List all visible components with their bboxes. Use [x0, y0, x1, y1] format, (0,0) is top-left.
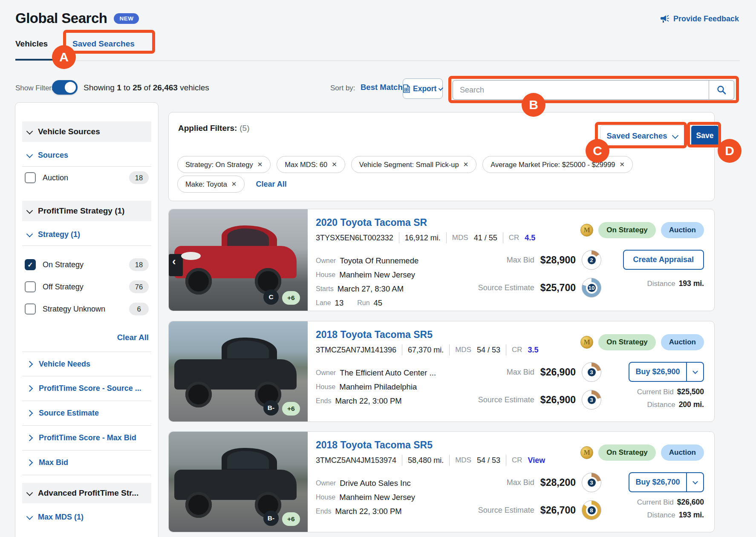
vehicle-photo[interactable]: B- +6: [169, 321, 308, 422]
chevron-down-icon: [26, 207, 33, 214]
mileage: 67,370 mi.: [408, 346, 444, 355]
distance-row: Distance193 mi.: [647, 511, 704, 520]
source-estimate-value: $26,900: [540, 394, 576, 406]
close-icon[interactable]: ✕: [463, 161, 469, 168]
close-icon[interactable]: ✕: [332, 161, 337, 168]
applied-filters-count: (5): [239, 124, 249, 133]
sidebar-section-pts-source[interactable]: ProfitTime Score - Source ...: [22, 376, 151, 401]
close-icon[interactable]: ✕: [620, 161, 625, 168]
buy-now-button[interactable]: Buy $26,900: [629, 362, 704, 382]
run-label: Run: [357, 299, 369, 307]
on-strategy-pill: On Strategy: [598, 222, 655, 238]
mds-value: 54 / 53: [477, 456, 500, 465]
tab-saved-searches[interactable]: Saved Searches: [72, 39, 135, 49]
sidebar-section-vehicle-needs[interactable]: Vehicle Needs: [22, 352, 151, 376]
filter-checkbox-strategy-unknown[interactable]: Strategy Unknown 6: [22, 298, 151, 320]
distance-row: Distance200 mi.: [647, 400, 704, 409]
new-badge: NEW: [114, 13, 139, 24]
checkbox-icon[interactable]: [25, 172, 36, 183]
filter-checkbox-off-strategy[interactable]: Off Strategy 76: [22, 276, 151, 298]
sidebar-section-advanced-profittime[interactable]: Advanced ProfitTime Str...: [22, 483, 151, 503]
clear-all-filters[interactable]: Clear All: [256, 176, 286, 193]
mds-label: MDS: [455, 346, 471, 354]
count-badge: 18: [129, 171, 149, 184]
sidebar-subsection-strategy[interactable]: Strategy (1): [22, 224, 151, 246]
filter-chip-make[interactable]: Make: Toyota✕: [177, 176, 245, 193]
house-label: House: [316, 271, 335, 279]
truck-shape: [185, 268, 212, 294]
search-icon: [716, 85, 727, 95]
checkbox-icon[interactable]: ✓: [25, 259, 36, 270]
chevron-down-icon: [693, 479, 698, 485]
source-estimate-label: Source Estimate: [478, 283, 534, 292]
vehicle-title-link[interactable]: 2020 Toyota Tacoma SR: [316, 217, 427, 228]
buy-now-button[interactable]: Buy $26,700: [629, 472, 704, 492]
vehicle-photo[interactable]: ‹ C +6: [169, 209, 308, 311]
count-badge: 18: [129, 258, 149, 271]
show-filters-toggle[interactable]: [52, 80, 78, 95]
chevron-down-icon: [26, 513, 33, 520]
export-button[interactable]: Export: [403, 78, 443, 99]
vehicle-photo[interactable]: B- +6: [169, 432, 308, 532]
sidebar-section-profittime-strategy[interactable]: ProfitTime Strategy (1): [22, 201, 151, 221]
checkbox-icon[interactable]: [25, 281, 36, 292]
more-photos-badge[interactable]: +6: [282, 402, 300, 416]
owner-label: Owner: [316, 257, 336, 265]
buy-options-dropdown[interactable]: [687, 370, 703, 374]
chevron-right-icon: [26, 435, 33, 442]
buy-options-dropdown[interactable]: [687, 480, 703, 484]
sidebar-subsection-sources[interactable]: Sources: [22, 144, 151, 167]
sidebar-section-pts-max-bid[interactable]: ProfitTime Score - Max Bid: [22, 426, 151, 450]
filter-chip-segment[interactable]: Vehicle Segment: Small Pick-up✕: [351, 156, 476, 173]
filter-chip-max-mds[interactable]: Max MDS: 60✕: [277, 156, 345, 173]
prev-photo-icon[interactable]: ‹: [172, 255, 176, 268]
house-value: Manheim New Jersey: [339, 270, 415, 280]
vehicle-title-link[interactable]: 2018 Toyota Tacoma SR5: [316, 439, 433, 451]
saved-searches-dropdown[interactable]: Saved Searches: [600, 125, 684, 147]
more-photos-badge[interactable]: +6: [282, 291, 300, 305]
max-bid-value: $28,900: [540, 254, 576, 266]
vehicle-title-link[interactable]: 2018 Toyota Tacoma SR5: [316, 329, 433, 341]
on-strategy-pill: On Strategy: [598, 334, 655, 350]
sidebar-section-vehicle-sources[interactable]: Vehicle Sources: [22, 121, 151, 142]
save-search-button[interactable]: Save: [691, 126, 718, 146]
condition-grade-badge: B-: [263, 400, 279, 416]
global-search-page: Global Search NEW Provide Feedback Vehic…: [0, 0, 756, 537]
filter-chip-price[interactable]: Average Market Price: $25000 - $29999✕: [482, 156, 633, 173]
sidebar-clear-all[interactable]: Clear All: [22, 327, 151, 346]
filter-checkbox-auction[interactable]: Auction 18: [22, 167, 151, 189]
sort-value-label: Best Match: [361, 83, 403, 92]
filter-checkbox-on-strategy[interactable]: ✓ On Strategy 18: [22, 254, 151, 276]
provide-feedback-link[interactable]: Provide Feedback: [660, 14, 739, 23]
chevron-right-icon: [26, 410, 33, 417]
filters-sidebar: Vehicle Sources Sources Auction 18 Profi…: [15, 102, 159, 537]
source-estimate-label: Source Estimate: [478, 506, 534, 515]
profittime-gauge: 3: [582, 390, 601, 410]
chevron-right-icon: [26, 361, 33, 367]
search-button[interactable]: [709, 81, 734, 99]
starts-label: Starts: [316, 285, 334, 293]
mds-value: 41 / 55: [474, 234, 497, 243]
owner-value: Toyota Of Runnemede: [340, 256, 418, 266]
tab-vehicles[interactable]: Vehicles: [15, 39, 48, 49]
source-estimate-value: $25,700: [540, 282, 576, 294]
close-icon[interactable]: ✕: [257, 161, 263, 168]
search-input[interactable]: [453, 86, 709, 95]
more-photos-badge[interactable]: +6: [282, 512, 300, 526]
house-label: House: [316, 494, 335, 501]
sort-by-label: Sort by:: [330, 84, 355, 92]
close-icon[interactable]: ✕: [231, 180, 237, 188]
current-bid-row: Current Bid$25,500: [637, 387, 704, 396]
sidebar-section-max-bid[interactable]: Max Bid: [22, 450, 151, 475]
truck-shape: [181, 252, 201, 260]
starts-value: March 27, 8:30 AM: [338, 284, 404, 294]
vin: 3TMCZ5AN4JM153974: [316, 456, 396, 465]
vehicle-card: ‹ C +6 2020 Toyota Tacoma SR 3TYSX5EN6LT…: [168, 209, 715, 311]
checkbox-icon[interactable]: [25, 303, 36, 315]
create-appraisal-button[interactable]: Create Appraisal: [623, 250, 704, 270]
sidebar-subsection-max-mds[interactable]: Max MDS (1): [22, 506, 151, 528]
owner-label: Owner: [316, 479, 336, 487]
filter-chip-strategy[interactable]: Strategy: On Strategy✕: [177, 156, 271, 173]
sidebar-section-source-estimate[interactable]: Source Estimate: [22, 401, 151, 426]
cr-view-link[interactable]: View: [528, 456, 545, 465]
